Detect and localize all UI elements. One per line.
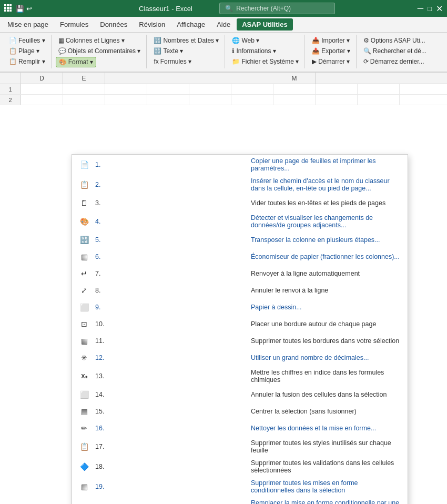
dropdown-item-18[interactable]: 🔷 18. Supprimer toutes les validations d…: [72, 457, 408, 477]
item-8-text: 8.: [95, 287, 246, 294]
item-17-icon: 📋: [78, 441, 90, 452]
item-14-label: Annuler la fusion des cellules dans la s…: [251, 391, 401, 398]
dropdown-item-16[interactable]: ✏ 16. Nettoyer les données et la mise en…: [72, 420, 408, 437]
item-2-icon: 📋: [78, 179, 90, 190]
demarrer-icon: ▶: [312, 58, 317, 65]
ribbon-group-2: ▦ Colonnes et Lignes ▾ 💬 Objets et Comme…: [53, 35, 147, 68]
ribbon-btn-exporter[interactable]: 📤 Exporter ▾: [309, 46, 353, 56]
ribbon-group-1: 📄 Feuilles ▾ 📋 Plage ▾ 📋 Remplir ▾: [3, 35, 52, 68]
item-1-text: 1.: [95, 161, 246, 168]
ribbon-btn-web[interactable]: 🌐 Web ▾: [229, 36, 262, 45]
ribbon-group-5: 📥 Importer ▾ 📤 Exporter ▾ ▶ Démarrer ▾: [306, 35, 357, 68]
dropdown-item-12[interactable]: ✳ 12. Utiliser un grand nombre de décima…: [72, 349, 408, 366]
dropdown-item-15[interactable]: ▤ 15. Centrer la sélection (sans fusionn…: [72, 403, 408, 420]
info-icon: ℹ: [232, 47, 235, 55]
ribbon-btn-colonnes[interactable]: ▦ Colonnes et Lignes ▾: [56, 36, 127, 45]
item-16-text: 16.: [95, 425, 246, 432]
menu-item-mise-en-page[interactable]: Mise en page: [2, 18, 54, 31]
item-6-icon: ▦: [78, 251, 90, 263]
remplir-icon: 📋: [9, 58, 17, 65]
ribbon-btn-plage[interactable]: 📋 Plage ▾: [6, 46, 42, 56]
cell-l1[interactable]: [358, 84, 400, 94]
ribbon-btn-remplir[interactable]: 📋 Remplir ▾: [6, 57, 48, 66]
ribbon-btn-fichier[interactable]: 📁 Fichier et Système ▾: [229, 57, 301, 66]
cell-g1[interactable]: [147, 84, 189, 94]
item-18-icon: 🔷: [78, 461, 90, 472]
dropdown-item-20[interactable]: 🔷 20. Remplacer la mise en forme conditi…: [72, 497, 408, 504]
dropdown-item-3[interactable]: 🗒 3. Vider toutes les en-têtes et les pi…: [72, 195, 408, 211]
title-bar: 💾 ↩ Classeur1 - Excel 🔍 Rechercher (Alt+…: [0, 0, 447, 17]
dropdown-item-6[interactable]: ▦ 6. Économiseur de papier (fractionner …: [72, 248, 408, 265]
dropdown-item-7[interactable]: ↵ 7. Renvoyer à la ligne automatiquement: [72, 265, 408, 282]
item-20-label: Remplacer la mise en forme conditionnell…: [251, 499, 401, 504]
ribbon-btn-feuilles[interactable]: 📄 Feuilles ▾: [6, 36, 48, 45]
item-15-icon: ▤: [78, 406, 90, 417]
dropdown-item-19[interactable]: ▦ 19. Supprimer toutes les mises en form…: [72, 477, 408, 497]
item-15-label: Centrer la sélection (sans fusionner): [251, 408, 401, 415]
ribbon-btn-format[interactable]: 🎨 Format ▾: [56, 57, 96, 67]
dropdown-item-5[interactable]: 🔡 5. Transposer la colonne en plusieurs …: [72, 231, 408, 248]
app-icon: [4, 4, 13, 13]
dropdown-item-11[interactable]: ▦ 11. Supprimer toutes les bordures dans…: [72, 332, 408, 349]
cell-k1[interactable]: [316, 84, 358, 94]
cell-d1[interactable]: [21, 84, 63, 94]
item-4-text: 4.: [95, 218, 246, 225]
dropdown-item-17[interactable]: 📋 17. Supprimer toutes les styles inutil…: [72, 437, 408, 457]
formules-icon: fx: [154, 58, 158, 65]
item-10-icon: ⊡: [78, 318, 90, 330]
dropdown-item-9[interactable]: ⬜ 9. Papier à dessin...: [72, 299, 408, 316]
cell-j1[interactable]: [273, 84, 316, 94]
col-header-m: M: [273, 73, 316, 84]
ribbon-btn-nombres[interactable]: 🔢 Nombres et Dates ▾: [151, 36, 221, 45]
dropdown-item-8[interactable]: ⤢ 8. Annuler le renvoi à la ligne: [72, 282, 408, 299]
item-4-label: Détecter et visualiser les changements d…: [251, 214, 401, 229]
menu-item-asap[interactable]: ASAP Utilities: [237, 18, 292, 31]
item-18-label: Supprimer toutes les validations dans le…: [251, 459, 401, 474]
ribbon-btn-formules[interactable]: fx Formules ▾: [151, 57, 194, 66]
close-btn[interactable]: ✕: [436, 4, 443, 14]
main-area: D E M 1 2: [0, 73, 447, 105]
dropdown-item-13[interactable]: X₂ 13. Mettre les chiffres en indice dan…: [72, 366, 408, 386]
dropdown-item-4[interactable]: 🎨 4. Détecter et visualiser les changeme…: [72, 211, 408, 231]
plage-icon: 📋: [9, 47, 17, 55]
menu-item-revision[interactable]: Révision: [134, 18, 170, 31]
ribbon-btn-texte[interactable]: 🔡 Texte ▾: [151, 46, 186, 56]
format-icon: 🎨: [59, 58, 67, 66]
rechercher-icon: 🔍: [363, 47, 371, 55]
item-12-label: Utiliser un grand nombre de décimales...: [251, 354, 401, 361]
search-box[interactable]: 🔍 Rechercher (Alt+Q): [219, 3, 335, 14]
menu-item-donnees[interactable]: Données: [95, 18, 133, 31]
menu-item-formules[interactable]: Formules: [55, 18, 94, 31]
cell-i1[interactable]: [231, 84, 273, 94]
menu-item-affichage[interactable]: Affichage: [171, 18, 210, 31]
dropdown-item-14[interactable]: ⬜ 14. Annuler la fusion des cellules dan…: [72, 386, 408, 403]
window-title: Classeur1 - Excel: [112, 5, 220, 13]
item-19-text: 19.: [95, 483, 246, 490]
texte-icon: 🔡: [154, 47, 161, 55]
ribbon-btn-informations[interactable]: ℹ Informations ▾: [229, 46, 278, 56]
ribbon-btn-rechercher[interactable]: 🔍 Rechercher et dé...: [361, 46, 429, 56]
dropdown-item-1[interactable]: 📄 1. Copier une page de feuilles et impr…: [72, 155, 408, 175]
minimize-btn[interactable]: ─: [418, 4, 423, 13]
item-6-label: Économiseur de papier (fractionner les c…: [251, 253, 401, 260]
cell-e1[interactable]: [63, 84, 105, 94]
item-14-text: 14.: [95, 391, 246, 398]
ribbon-btn-options-asap[interactable]: ⚙ Options ASAP Uti...: [361, 36, 428, 45]
maximize-btn[interactable]: □: [428, 5, 432, 13]
item-13-icon: X₂: [78, 370, 90, 382]
item-13-label: Mettre les chiffres en indice dans les f…: [251, 369, 401, 384]
ribbon-btn-importer[interactable]: 📥 Importer ▾: [309, 36, 352, 45]
ribbon-btn-objets[interactable]: 💬 Objets et Commentaires ▾: [56, 46, 144, 56]
item-7-text: 7.: [95, 270, 246, 277]
ribbon-btn-demarrer-dernier[interactable]: ⟳ Démarrez dernier...: [361, 57, 427, 66]
item-19-label: Supprimer toutes les mises en forme cond…: [251, 479, 401, 494]
item-14-icon: ⬜: [78, 389, 90, 400]
menu-item-aide[interactable]: Aide: [211, 18, 236, 31]
cell-h1[interactable]: [189, 84, 231, 94]
dropdown-item-10[interactable]: ⊡ 10. Placer une bordure autour de chaqu…: [72, 316, 408, 332]
item-1-icon: 📄: [78, 159, 90, 170]
ribbon-btn-demarrer[interactable]: ▶ Démarrer ▾: [309, 57, 352, 66]
cell-f1[interactable]: [105, 84, 147, 94]
dropdown-item-2[interactable]: 📋 2. Insérer le chemin d'accès et le nom…: [72, 175, 408, 195]
exporter-icon: 📤: [312, 47, 320, 55]
